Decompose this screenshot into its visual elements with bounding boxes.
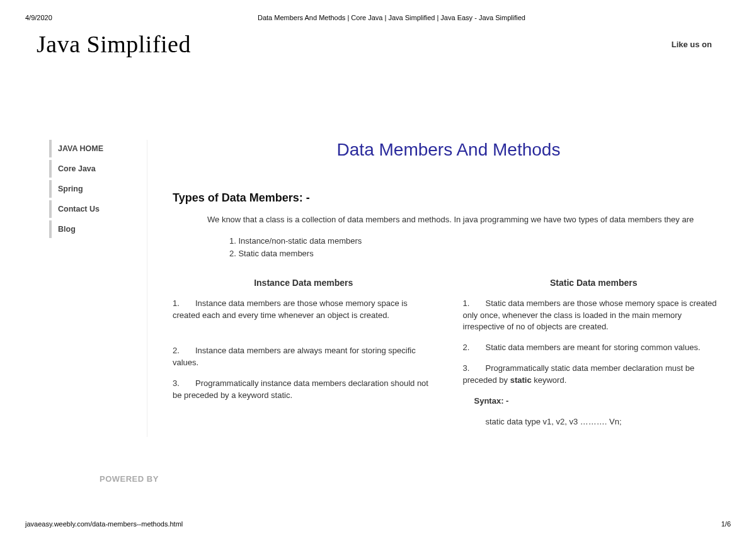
main-content: Data Members And Methods Types of Data M… <box>147 140 731 437</box>
static-heading: Static Data members <box>463 278 725 288</box>
like-us-link[interactable]: Like us on <box>672 40 712 49</box>
section-heading: Types of Data Members: - <box>173 191 724 205</box>
instance-point-3: 3.Programmatically instance data members… <box>173 378 435 402</box>
topbar: Java Simplified Like us on <box>37 30 731 58</box>
static-point-1: 1.Static data members are those whose me… <box>463 298 725 334</box>
print-doc-title: Data Members And Methods | Core Java | J… <box>25 14 731 21</box>
instance-heading: Instance Data members <box>173 278 435 288</box>
print-footer: javaeasy.weebly.com/data-members--method… <box>25 520 731 528</box>
powered-by[interactable]: POWERED BY <box>100 474 159 484</box>
site-logo[interactable]: Java Simplified <box>37 30 191 58</box>
page-title: Data Members And Methods <box>173 140 724 160</box>
type-item-2: 2. Static data members <box>229 247 724 260</box>
sidebar-nav: JAVA HOME Core Java Spring Contact Us Bl… <box>37 140 147 437</box>
nav-blog[interactable]: Blog <box>49 220 147 238</box>
syntax-line: static data type v1, v2, v3 ………. Vn; <box>486 416 725 428</box>
type-list: 1. Instance/non-static data members 2. S… <box>229 235 724 260</box>
intro-paragraph: We know that a class is a collection of … <box>173 213 724 226</box>
print-date: 4/9/2020 <box>25 14 52 21</box>
nav-contact-us[interactable]: Contact Us <box>49 200 147 218</box>
print-url: javaeasy.weebly.com/data-members--method… <box>25 520 183 528</box>
static-point-3: 3.Programmatically static data member de… <box>463 363 725 387</box>
static-column: Static Data members 1.Static data member… <box>463 278 725 437</box>
print-header: 4/9/2020 Data Members And Methods | Core… <box>25 14 731 21</box>
instance-point-2: 2.Instance data members are always meant… <box>173 345 435 369</box>
intro-text: We know that a class is a collection of … <box>207 215 694 224</box>
instance-point-1: 1.Instance data members are those whose … <box>173 298 435 322</box>
nav-spring[interactable]: Spring <box>49 180 147 198</box>
instance-column: Instance Data members 1.Instance data me… <box>173 278 435 437</box>
static-point-2: 2.Static data members are meant for stor… <box>463 342 725 354</box>
syntax-label: Syntax: - <box>474 395 725 407</box>
print-page-number: 1/6 <box>721 520 731 528</box>
nav-java-home[interactable]: JAVA HOME <box>49 140 147 157</box>
type-item-1: 1. Instance/non-static data members <box>229 235 724 247</box>
nav-core-java[interactable]: Core Java <box>49 160 147 178</box>
